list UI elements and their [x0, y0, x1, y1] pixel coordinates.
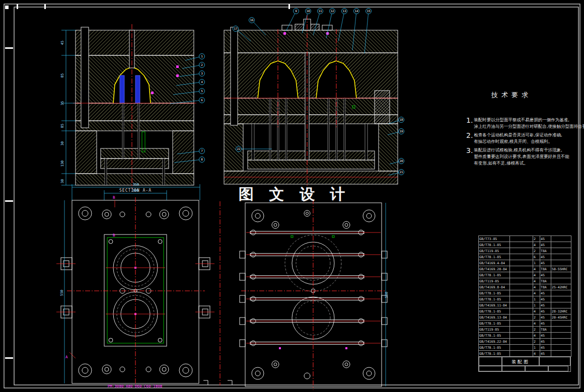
balloon-number: 11 — [318, 9, 322, 13]
dimension-label: 30 — [60, 141, 64, 145]
tech-item-number: 3. — [466, 147, 473, 154]
spacer-block-right — [379, 124, 398, 171]
bom-cell-qty: 4 — [533, 333, 540, 339]
dimension-label: 30 — [60, 179, 64, 183]
bom-cell-qty: 4 — [533, 278, 540, 284]
bom-cell-remark — [551, 296, 571, 302]
bom-cell-qty: 1 — [533, 345, 540, 351]
bom-cell-code: GB/T4169.11-84 — [479, 302, 510, 308]
bom-cell-name — [510, 351, 533, 357]
bom-cell-code: GB/T4169.22-84 — [479, 339, 510, 345]
bom-cell-code: GB/T70.1-85 — [479, 254, 510, 260]
tech-item-number: 1. — [466, 117, 473, 124]
title-block-cell — [548, 366, 568, 371]
bom-cell-mat: 45 — [540, 315, 551, 321]
magenta-mark — [283, 32, 286, 35]
dimension-label: 35 — [60, 101, 64, 105]
core-plate — [76, 103, 194, 121]
bom-row: GB/T4169.20-844T8A50-55HRC — [479, 266, 571, 272]
bom-cell-qty: 2 — [533, 327, 540, 333]
section-mark-b: B — [113, 195, 115, 200]
bom-cell-qty: 1 — [533, 296, 540, 302]
bom-row: GB/T70.1-85445 — [479, 272, 571, 278]
bom-cell-remark — [551, 290, 571, 296]
balloon-number: 14 — [354, 9, 358, 13]
bom-cell-code: GB/T70.1-85 — [479, 333, 510, 339]
bom-cell-remark: 20-45HRC — [551, 315, 571, 321]
bom-cell-name — [510, 339, 533, 345]
section-mark-a: A — [65, 355, 68, 359]
top-clamp-plate — [224, 30, 398, 53]
bom-row: GB/T4169.22-84245 — [479, 339, 571, 345]
bom-row: GB/T70.1-85645 — [479, 254, 571, 260]
dimension-label: 45 — [60, 41, 64, 45]
balloon-number: 18 — [399, 118, 403, 121]
bom-cell-remark: 28-32HRC — [551, 308, 571, 315]
tech-item-number: 2. — [466, 132, 473, 139]
magenta-mark — [279, 347, 281, 349]
bom-cell-name — [510, 254, 533, 260]
bom-cell-code: GB/T70.1-85 — [479, 242, 510, 248]
bom-cell-name — [510, 327, 533, 333]
spacer-block-left — [76, 131, 97, 174]
balloon-number: 5 — [201, 89, 203, 93]
support-pillar — [375, 91, 390, 124]
bom-cell-code: GB/T73-85 — [479, 236, 510, 242]
bom-cell-name — [510, 302, 533, 308]
title-block-cell — [502, 366, 525, 371]
title-block-cell — [479, 357, 502, 366]
frame-tick — [5, 47, 13, 49]
ejector-retainer-plate — [101, 148, 169, 159]
clamp-slot — [322, 25, 332, 30]
frame-corner-mark — [5, 6, 9, 9]
balloon-number: 2 — [201, 63, 203, 66]
bom-cell-mat: T8A — [540, 278, 551, 284]
tech-line: 检查各个运动机构是否灵活可靠,保证动作准确, — [474, 132, 562, 138]
tech-line: 装配时要以分型面平整或不易磨损的一侧作为基准, — [474, 117, 584, 123]
bom-cell-name — [510, 321, 533, 327]
section-view-aa: SECTION A-A — [61, 24, 196, 193]
bom-cell-name — [510, 284, 533, 290]
bom-row: GB/T4169.11-84145 — [479, 302, 571, 308]
bom-cell-name — [510, 278, 533, 284]
tech-line: 有变形,如有不足,修模再试。 — [474, 160, 569, 167]
bom-row: GB/T70.1-85445 — [479, 333, 571, 339]
ejector-pin — [336, 98, 337, 160]
tech-requirements: 技术要求 1. 装配时要以分型面平整或不易磨损的一侧作为基准, 涂上红丹油与另一… — [458, 91, 565, 169]
dimension-label: 85 — [60, 124, 64, 128]
guide-pillar — [81, 27, 89, 128]
bom-cell-qty: 2 — [533, 339, 540, 345]
bom-cell-qty: 4 — [533, 290, 540, 296]
bom-cell-mat: 45 — [540, 236, 551, 242]
bom-cell-name — [510, 260, 533, 266]
balloon-number: 7 — [201, 149, 203, 152]
bom-cell-qty: 4 — [533, 272, 540, 278]
bom-row: GB/T70.1-85445 — [479, 321, 571, 327]
ejector-base-plate — [248, 160, 375, 169]
bom-cell-mat: 45 — [540, 333, 551, 339]
bom-cell-qty: 2 — [533, 315, 540, 321]
bom-cell-qty: 4 — [533, 266, 540, 272]
balloon-number: 19 — [399, 129, 403, 133]
support-plate — [224, 115, 398, 124]
section-view-main — [224, 15, 398, 189]
bottom-clamp-plate — [224, 171, 398, 184]
bom-row: GB/T73-85245 — [479, 236, 571, 242]
bom-cell-qty: 1 — [533, 302, 540, 308]
bom-cell-qty: 4 — [533, 321, 540, 327]
balloon-number: 12 — [330, 9, 334, 13]
magenta-mark — [345, 347, 347, 349]
bom-cell-remark — [551, 345, 571, 351]
bom-cell-remark — [551, 260, 571, 266]
balloon-number: 17 — [234, 27, 238, 30]
section-mark-b2: B — [113, 233, 115, 238]
bom-cell-mat: 45 — [540, 321, 551, 327]
tech-item-2: 2. 检查各个运动机构是否灵活可靠,保证动作准确, 有抽芯动作时观察,模具开闭、… — [466, 132, 565, 145]
title-block-cell — [525, 366, 548, 371]
section-arrow — [69, 352, 76, 358]
title-block-cell — [479, 366, 502, 371]
balloon-number: 22 — [237, 147, 241, 150]
dimension-label: 350 — [133, 183, 139, 187]
bom-row: GB/T70.1-85445 — [479, 242, 571, 248]
bom-cell-code: GB/T70.1-85 — [479, 296, 510, 302]
